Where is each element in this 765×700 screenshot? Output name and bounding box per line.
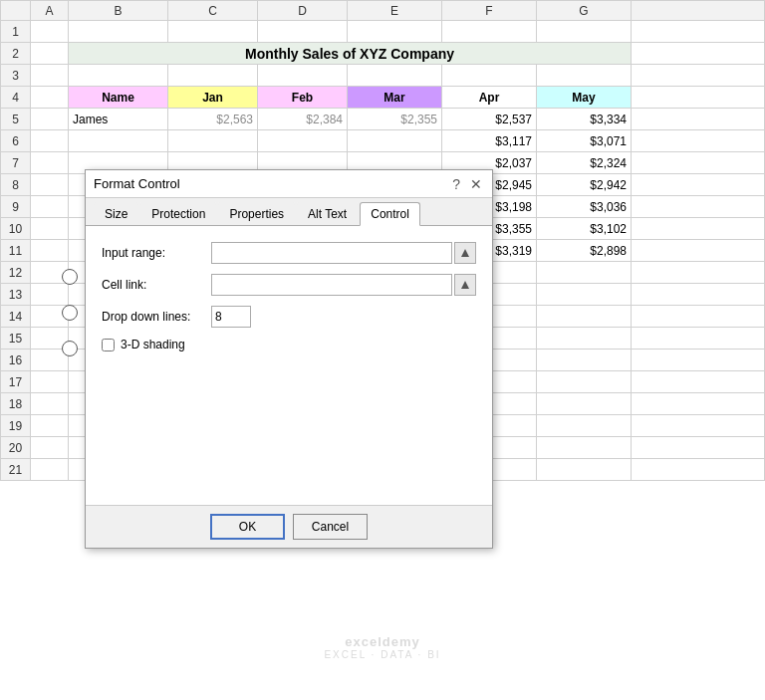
ok-button[interactable]: OK — [210, 514, 285, 540]
cell-a10[interactable] — [31, 218, 69, 240]
row-header-12: 12 — [1, 262, 31, 284]
cell-a1[interactable] — [31, 21, 69, 43]
dropdown-lines-field[interactable] — [211, 306, 251, 328]
col-header-d: D — [258, 1, 348, 21]
cell-g11[interactable]: $2,898 — [537, 240, 632, 262]
row-header-6: 6 — [1, 130, 31, 152]
col-header-f: F — [442, 1, 537, 21]
cell-extra11 — [632, 240, 765, 262]
cell-g3[interactable] — [537, 65, 632, 87]
shading-checkbox[interactable] — [102, 339, 115, 351]
tab-properties[interactable]: Properties — [218, 202, 295, 225]
cell-link-label: Cell link: — [102, 278, 211, 292]
tab-size[interactable]: Size — [94, 202, 138, 225]
dialog-titlebar: Format Control ? ✕ — [86, 170, 492, 198]
cell-e6[interactable] — [348, 130, 442, 152]
cell-c5[interactable]: $2,563 — [168, 109, 258, 130]
row-header-14: 14 — [1, 306, 31, 328]
row-header-9: 9 — [1, 196, 31, 218]
row-header-3: 3 — [1, 65, 31, 87]
cell-d5[interactable]: $2,384 — [258, 109, 348, 130]
dialog-help-button[interactable]: ? — [450, 177, 462, 191]
col-header-extra — [632, 1, 765, 21]
cell-a4[interactable] — [31, 87, 69, 109]
cell-a2[interactable] — [31, 43, 69, 65]
row-header-16: 16 — [1, 350, 31, 371]
header-mar: Mar — [348, 87, 442, 109]
cell-e1[interactable] — [348, 21, 442, 43]
tab-control[interactable]: Control — [360, 202, 420, 226]
dropdown-lines-label: Drop down lines: — [102, 310, 211, 324]
cell-c6[interactable] — [168, 130, 258, 152]
cell-f3[interactable] — [442, 65, 537, 87]
input-range-collapse-button[interactable] — [454, 242, 476, 264]
shading-row: 3-D shading — [102, 338, 476, 351]
cell-g9[interactable]: $3,036 — [537, 196, 632, 218]
row-header-8: 8 — [1, 174, 31, 196]
cell-g6[interactable]: $3,071 — [537, 130, 632, 152]
watermark-line1: exceldemy — [324, 634, 440, 649]
cell-b1[interactable] — [69, 21, 168, 43]
dialog-title: Format Control — [94, 176, 180, 191]
cell-a9[interactable] — [31, 196, 69, 218]
cell-g7[interactable]: $2,324 — [537, 152, 632, 174]
cell-a11[interactable] — [31, 240, 69, 262]
cell-link-row: Cell link: — [102, 274, 476, 296]
cell-g1[interactable] — [537, 21, 632, 43]
cell-a3[interactable] — [31, 65, 69, 87]
header-jan: Jan — [168, 87, 258, 109]
header-apr: Apr — [442, 87, 537, 109]
cell-extra4 — [632, 87, 765, 109]
header-name: Name — [69, 87, 168, 109]
cell-extra9 — [632, 196, 765, 218]
dialog-titlebar-icons: ? ✕ — [450, 177, 484, 191]
shading-label: 3-D shading — [121, 338, 185, 351]
col-header-c: C — [168, 1, 258, 21]
cell-d6[interactable] — [258, 130, 348, 152]
spinner-bottom[interactable] — [62, 341, 78, 356]
cell-a6[interactable] — [31, 130, 69, 152]
spinner-top[interactable] — [62, 269, 78, 285]
cell-a8[interactable] — [31, 174, 69, 196]
cancel-button[interactable]: Cancel — [293, 514, 368, 540]
spinner-middle[interactable] — [62, 305, 78, 321]
cell-f1[interactable] — [442, 21, 537, 43]
cell-g8[interactable]: $2,942 — [537, 174, 632, 196]
cell-d3[interactable] — [258, 65, 348, 87]
row-header-19: 19 — [1, 415, 31, 437]
row-header-21: 21 — [1, 459, 31, 481]
cell-link-collapse-button[interactable] — [454, 274, 476, 296]
cell-e5[interactable]: $2,355 — [348, 109, 442, 130]
cell-f6[interactable]: $3,117 — [442, 130, 537, 152]
col-header-b: B — [69, 1, 168, 21]
dialog-close-button[interactable]: ✕ — [468, 177, 484, 191]
cell-b5[interactable]: James — [69, 109, 168, 130]
cell-g10[interactable]: $3,102 — [537, 218, 632, 240]
list-control[interactable] — [62, 269, 78, 364]
cell-f5[interactable]: $2,537 — [442, 109, 537, 130]
input-range-field[interactable] — [211, 242, 452, 264]
input-range-row: Input range: — [102, 242, 476, 264]
col-header-a: A — [31, 1, 69, 21]
cell-c1[interactable] — [168, 21, 258, 43]
cell-extra10 — [632, 218, 765, 240]
tab-alt-text[interactable]: Alt Text — [297, 202, 358, 225]
cell-b3[interactable] — [69, 65, 168, 87]
dialog-tabs: Size Protection Properties Alt Text Cont… — [86, 198, 492, 226]
dialog-footer: OK Cancel — [86, 505, 492, 548]
cell-e3[interactable] — [348, 65, 442, 87]
col-header-e: E — [348, 1, 442, 21]
svg-marker-0 — [461, 249, 469, 257]
cell-b6[interactable] — [69, 130, 168, 152]
row-header-4: 4 — [1, 87, 31, 109]
cell-link-field[interactable] — [211, 274, 452, 296]
cell-c3[interactable] — [168, 65, 258, 87]
cell-a7[interactable] — [31, 152, 69, 174]
cell-g5[interactable]: $3,334 — [537, 109, 632, 130]
cell-d1[interactable] — [258, 21, 348, 43]
cell-a5[interactable] — [31, 109, 69, 130]
row-header-15: 15 — [1, 328, 31, 350]
tab-protection[interactable]: Protection — [140, 202, 216, 225]
col-header-g: G — [537, 1, 632, 21]
input-range-label: Input range: — [102, 246, 211, 260]
